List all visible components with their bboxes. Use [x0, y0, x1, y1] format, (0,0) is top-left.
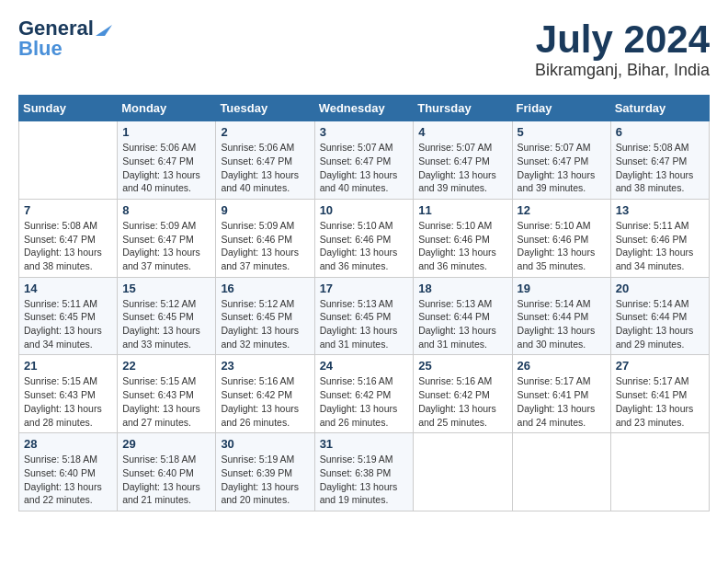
day-number: 10 — [320, 203, 409, 217]
day-info: Sunrise: 5:10 AM Sunset: 6:46 PM Dayligh… — [320, 219, 409, 273]
day-number: 5 — [518, 125, 606, 139]
day-info: Sunrise: 5:07 AM Sunset: 6:47 PM Dayligh… — [418, 141, 506, 195]
title-block: July 2024 Bikramganj, Bihar, India — [535, 18, 710, 80]
day-number: 28 — [24, 437, 112, 451]
calendar-cell: 6Sunrise: 5:08 AM Sunset: 6:47 PM Daylig… — [610, 121, 709, 200]
day-info: Sunrise: 5:16 AM Sunset: 6:42 PM Dayligh… — [221, 374, 309, 429]
day-number: 22 — [122, 359, 210, 373]
svg-marker-0 — [96, 25, 112, 36]
location-title: Bikramganj, Bihar, India — [535, 61, 710, 80]
day-number: 29 — [122, 437, 210, 451]
day-info: Sunrise: 5:11 AM Sunset: 6:46 PM Dayligh… — [616, 219, 704, 273]
calendar-cell: 19Sunrise: 5:14 AM Sunset: 6:44 PM Dayli… — [512, 277, 610, 355]
day-number: 31 — [320, 437, 409, 451]
logo-blue-text: Blue — [18, 39, 63, 59]
calendar-cell: 13Sunrise: 5:11 AM Sunset: 6:46 PM Dayli… — [610, 199, 709, 277]
day-info: Sunrise: 5:08 AM Sunset: 6:47 PM Dayligh… — [24, 219, 112, 273]
logo-bird-icon — [96, 17, 112, 36]
day-info: Sunrise: 5:16 AM Sunset: 6:42 PM Dayligh… — [320, 374, 409, 429]
day-number: 8 — [122, 203, 210, 217]
calendar-cell: 28Sunrise: 5:18 AM Sunset: 6:40 PM Dayli… — [19, 433, 118, 511]
day-info: Sunrise: 5:11 AM Sunset: 6:45 PM Dayligh… — [24, 297, 112, 351]
column-header-tuesday: Tuesday — [216, 96, 314, 121]
logo: General Blue — [18, 18, 112, 59]
calendar-cell: 23Sunrise: 5:16 AM Sunset: 6:42 PM Dayli… — [216, 355, 314, 433]
column-header-monday: Monday — [118, 96, 216, 121]
column-header-sunday: Sunday — [19, 96, 118, 121]
day-number: 2 — [221, 125, 309, 139]
day-info: Sunrise: 5:06 AM Sunset: 6:47 PM Dayligh… — [122, 141, 210, 195]
calendar-cell: 20Sunrise: 5:14 AM Sunset: 6:44 PM Dayli… — [610, 277, 709, 355]
calendar-cell: 24Sunrise: 5:16 AM Sunset: 6:42 PM Dayli… — [314, 355, 414, 433]
day-info: Sunrise: 5:15 AM Sunset: 6:43 PM Dayligh… — [122, 374, 210, 429]
column-header-friday: Friday — [512, 96, 610, 121]
calendar-cell: 17Sunrise: 5:13 AM Sunset: 6:45 PM Dayli… — [314, 277, 414, 355]
day-info: Sunrise: 5:09 AM Sunset: 6:47 PM Dayligh… — [122, 219, 210, 273]
day-info: Sunrise: 5:15 AM Sunset: 6:43 PM Dayligh… — [24, 374, 112, 429]
calendar-cell: 1Sunrise: 5:06 AM Sunset: 6:47 PM Daylig… — [118, 121, 216, 200]
calendar-cell: 25Sunrise: 5:16 AM Sunset: 6:42 PM Dayli… — [414, 355, 512, 433]
calendar-cell — [414, 433, 512, 511]
calendar-cell: 12Sunrise: 5:10 AM Sunset: 6:46 PM Dayli… — [512, 199, 610, 277]
day-number: 24 — [320, 359, 409, 373]
day-info: Sunrise: 5:08 AM Sunset: 6:47 PM Dayligh… — [616, 141, 704, 195]
day-number: 27 — [616, 359, 704, 373]
column-header-wednesday: Wednesday — [314, 96, 414, 121]
day-number: 1 — [122, 125, 210, 139]
day-info: Sunrise: 5:18 AM Sunset: 6:40 PM Dayligh… — [122, 453, 210, 507]
calendar-cell: 22Sunrise: 5:15 AM Sunset: 6:43 PM Dayli… — [118, 355, 216, 433]
day-info: Sunrise: 5:13 AM Sunset: 6:45 PM Dayligh… — [320, 297, 409, 351]
day-number: 9 — [221, 203, 309, 217]
day-info: Sunrise: 5:17 AM Sunset: 6:41 PM Dayligh… — [616, 374, 704, 429]
calendar-cell: 30Sunrise: 5:19 AM Sunset: 6:39 PM Dayli… — [216, 433, 314, 511]
calendar-cell: 15Sunrise: 5:12 AM Sunset: 6:45 PM Dayli… — [118, 277, 216, 355]
day-number: 15 — [122, 282, 210, 295]
day-number: 12 — [518, 203, 606, 217]
day-info: Sunrise: 5:12 AM Sunset: 6:45 PM Dayligh… — [122, 297, 210, 351]
day-number: 20 — [616, 282, 704, 295]
day-number: 23 — [221, 359, 309, 373]
day-info: Sunrise: 5:10 AM Sunset: 6:46 PM Dayligh… — [518, 219, 606, 273]
calendar-cell: 18Sunrise: 5:13 AM Sunset: 6:44 PM Dayli… — [414, 277, 512, 355]
day-number: 13 — [616, 203, 704, 217]
day-number: 30 — [221, 437, 309, 451]
day-number: 3 — [320, 125, 409, 139]
calendar-cell: 27Sunrise: 5:17 AM Sunset: 6:41 PM Dayli… — [610, 355, 709, 433]
day-number: 6 — [616, 125, 704, 139]
calendar-cell: 31Sunrise: 5:19 AM Sunset: 6:38 PM Dayli… — [314, 433, 414, 511]
calendar-cell — [19, 121, 118, 200]
calendar-table: SundayMondayTuesdayWednesdayThursdayFrid… — [18, 95, 710, 511]
day-info: Sunrise: 5:19 AM Sunset: 6:38 PM Dayligh… — [320, 453, 409, 507]
day-info: Sunrise: 5:14 AM Sunset: 6:44 PM Dayligh… — [616, 297, 704, 351]
day-number: 7 — [24, 203, 112, 217]
calendar-week-row: 21Sunrise: 5:15 AM Sunset: 6:43 PM Dayli… — [19, 355, 710, 433]
day-info: Sunrise: 5:10 AM Sunset: 6:46 PM Dayligh… — [418, 219, 506, 273]
column-header-saturday: Saturday — [610, 96, 709, 121]
calendar-cell: 14Sunrise: 5:11 AM Sunset: 6:45 PM Dayli… — [19, 277, 118, 355]
day-info: Sunrise: 5:16 AM Sunset: 6:42 PM Dayligh… — [418, 374, 506, 429]
day-number: 11 — [418, 203, 506, 217]
day-info: Sunrise: 5:09 AM Sunset: 6:46 PM Dayligh… — [221, 219, 309, 273]
day-info: Sunrise: 5:07 AM Sunset: 6:47 PM Dayligh… — [320, 141, 409, 195]
day-info: Sunrise: 5:19 AM Sunset: 6:39 PM Dayligh… — [221, 453, 309, 507]
day-number: 18 — [418, 282, 506, 295]
calendar-cell — [610, 433, 709, 511]
calendar-week-row: 7Sunrise: 5:08 AM Sunset: 6:47 PM Daylig… — [19, 199, 710, 277]
day-number: 17 — [320, 282, 409, 295]
day-info: Sunrise: 5:06 AM Sunset: 6:47 PM Dayligh… — [221, 141, 309, 195]
month-title: July 2024 — [535, 18, 710, 61]
day-info: Sunrise: 5:07 AM Sunset: 6:47 PM Dayligh… — [518, 141, 606, 195]
calendar-cell: 8Sunrise: 5:09 AM Sunset: 6:47 PM Daylig… — [118, 199, 216, 277]
day-number: 26 — [518, 359, 606, 373]
calendar-cell: 7Sunrise: 5:08 AM Sunset: 6:47 PM Daylig… — [19, 199, 118, 277]
page-header: General Blue July 2024 Bikramganj, Bihar… — [18, 18, 710, 80]
logo-general-text: General — [18, 18, 94, 39]
calendar-cell: 4Sunrise: 5:07 AM Sunset: 6:47 PM Daylig… — [414, 121, 512, 200]
calendar-cell: 5Sunrise: 5:07 AM Sunset: 6:47 PM Daylig… — [512, 121, 610, 200]
day-info: Sunrise: 5:13 AM Sunset: 6:44 PM Dayligh… — [418, 297, 506, 351]
calendar-cell: 16Sunrise: 5:12 AM Sunset: 6:45 PM Dayli… — [216, 277, 314, 355]
calendar-week-row: 14Sunrise: 5:11 AM Sunset: 6:45 PM Dayli… — [19, 277, 710, 355]
calendar-cell: 3Sunrise: 5:07 AM Sunset: 6:47 PM Daylig… — [314, 121, 414, 200]
calendar-cell: 2Sunrise: 5:06 AM Sunset: 6:47 PM Daylig… — [216, 121, 314, 200]
calendar-cell: 9Sunrise: 5:09 AM Sunset: 6:46 PM Daylig… — [216, 199, 314, 277]
